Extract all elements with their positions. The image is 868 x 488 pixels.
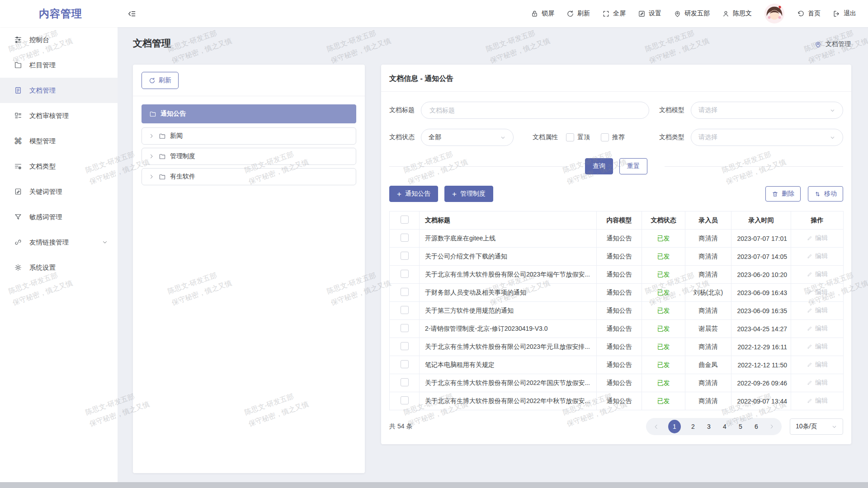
folder-icon xyxy=(159,132,166,140)
doc-status-select[interactable]: 全部 xyxy=(421,129,514,146)
attr-option[interactable]: 置顶 xyxy=(566,133,590,141)
edit-button[interactable]: 编辑 xyxy=(807,234,828,242)
sidebar-collapse-icon[interactable] xyxy=(127,9,136,18)
app-logo: 内容管理 xyxy=(39,0,82,27)
doc-type-label: 文档类型 xyxy=(659,133,687,141)
column-header: 文档标题 xyxy=(420,211,597,230)
doc-operator-cell: 商清清 xyxy=(685,230,731,248)
main-content: 文档管理 文档管理 刷新 通知公告新闻管理制度有生软件 文档信息 - 通知公告 … xyxy=(118,27,868,482)
table-row: 于财务部人员变动及相关事项的通知通知公告已发刘杨(北京)2023-06-09 1… xyxy=(390,284,844,302)
row-checkbox[interactable] xyxy=(401,378,409,386)
refresh-icon xyxy=(566,10,574,18)
tree-node[interactable]: 管理制度 xyxy=(142,148,356,165)
user-avatar[interactable] xyxy=(764,3,785,24)
tree-node[interactable]: 新闻 xyxy=(142,127,356,145)
header-action-refresh[interactable]: 刷新 xyxy=(566,9,590,18)
doc-title-label: 文档标题 xyxy=(389,106,417,114)
doc-model-cell: 通知公告 xyxy=(597,374,642,392)
row-checkbox[interactable] xyxy=(401,324,409,332)
row-checkbox[interactable] xyxy=(401,396,409,404)
sidebar-item-folder[interactable]: 栏目管理 xyxy=(0,52,118,78)
sidebar-item-keyword[interactable]: 关键词管理 xyxy=(0,179,118,204)
user-icon xyxy=(722,10,730,18)
edit-button[interactable]: 编辑 xyxy=(807,306,828,314)
row-checkbox[interactable] xyxy=(401,234,409,242)
edit-button[interactable]: 编辑 xyxy=(807,379,828,387)
doc-model-select[interactable]: 请选择 xyxy=(691,102,843,119)
sidebar-item-gear[interactable]: 系统设置 xyxy=(0,255,118,280)
page-button-2[interactable]: 2 xyxy=(689,423,697,430)
sidebar-item-audit[interactable]: 文档审核管理 xyxy=(0,103,118,128)
doc-title-cell: 开源数字底座在gitee上线 xyxy=(420,230,597,248)
table-row: 关于北京有生博大软件股份有限公司2023年元旦放假安排...通知公告已发商清清2… xyxy=(390,338,844,356)
select-all-checkbox[interactable] xyxy=(401,216,409,224)
row-checkbox[interactable] xyxy=(401,342,409,350)
sidebar-item-command[interactable]: ⌘模型管理 xyxy=(0,128,118,154)
doc-model-label: 文档模型 xyxy=(659,106,687,114)
next-page-button[interactable] xyxy=(769,423,775,430)
page-button-3[interactable]: 3 xyxy=(705,423,712,430)
home-button[interactable]: 首页 xyxy=(797,9,821,18)
page-button-6[interactable]: 6 xyxy=(753,423,760,430)
row-checkbox[interactable] xyxy=(401,306,409,314)
table-row: 关于北京有生博大软件股份有限公司2022年国庆节放假安...通知公告已发商清清2… xyxy=(390,374,844,392)
edit-button[interactable]: 编辑 xyxy=(807,343,828,351)
page-button-5[interactable]: 5 xyxy=(737,423,744,430)
edit-square-icon xyxy=(638,10,646,18)
add-button[interactable]: +通知公告 xyxy=(389,186,438,202)
chevron-right-icon xyxy=(148,174,155,180)
doc-time-cell: 2023-04-25 14:27 xyxy=(731,320,791,338)
edit-button[interactable]: 编辑 xyxy=(807,288,828,296)
header-action-fullscreen[interactable]: 全屏 xyxy=(602,9,626,18)
doc-title-input[interactable] xyxy=(429,106,642,114)
pencil-icon xyxy=(807,361,813,368)
doc-time-cell: 2023-07-07 17:01 xyxy=(731,230,791,248)
row-checkbox[interactable] xyxy=(401,288,409,296)
avatar-image xyxy=(764,3,785,24)
fullscreen-icon xyxy=(602,10,610,18)
doc-operator-cell: 谢晨芸 xyxy=(685,320,731,338)
row-checkbox[interactable] xyxy=(401,360,409,368)
add-button[interactable]: +管理制度 xyxy=(444,186,493,202)
checkbox[interactable] xyxy=(566,133,574,141)
move-button[interactable]: 移动 xyxy=(808,186,843,202)
sidebar-item-console[interactable]: 控制台 xyxy=(0,27,118,52)
doc-time-cell: 2022-12-12 11:50 xyxy=(731,356,791,374)
page-button-1[interactable]: 1 xyxy=(668,420,681,433)
logout-button[interactable]: 退出 xyxy=(833,9,856,18)
edit-button[interactable]: 编辑 xyxy=(807,397,828,405)
doc-title-cell: 关于北京有生博大软件股份有限公司2023年端午节放假安... xyxy=(420,266,597,284)
checkbox[interactable] xyxy=(601,133,609,141)
sidebar-item-link[interactable]: 友情链接管理 xyxy=(0,230,118,255)
tree-node[interactable]: 有生软件 xyxy=(142,168,356,185)
page-button-4[interactable]: 4 xyxy=(721,423,728,430)
reset-button[interactable]: 重置 xyxy=(619,158,647,174)
doc-title-cell: 关于北京有生博大软件股份有限公司2022年中秋节放假安... xyxy=(420,392,597,410)
header-action-edit-square[interactable]: 设置 xyxy=(638,9,661,18)
funnel-icon xyxy=(14,213,23,221)
prev-page-button[interactable] xyxy=(653,423,660,430)
pencil-icon xyxy=(807,235,813,241)
edit-button[interactable]: 编辑 xyxy=(807,270,828,278)
attr-option[interactable]: 推荐 xyxy=(601,133,625,141)
sidebar-item-document[interactable]: 文档管理 xyxy=(0,78,118,103)
tree-refresh-button[interactable]: 刷新 xyxy=(142,72,179,89)
doc-type-select[interactable]: 请选择 xyxy=(691,129,843,146)
header-action-location[interactable]: 研发五部 xyxy=(674,9,710,18)
edit-button[interactable]: 编辑 xyxy=(807,252,828,260)
row-checkbox[interactable] xyxy=(401,252,409,260)
edit-button[interactable]: 编辑 xyxy=(807,324,828,333)
horizontal-scrollbar[interactable] xyxy=(0,482,868,488)
sidebar-item-doctype[interactable]: 文档类型 xyxy=(0,154,118,179)
tree-node[interactable]: 通知公告 xyxy=(142,104,356,123)
doc-time-cell: 2022-12-29 16:11 xyxy=(731,338,791,356)
header-action-user[interactable]: 陈思文 xyxy=(722,9,752,18)
header-action-lock[interactable]: 锁屏 xyxy=(531,9,554,18)
page-size-select[interactable]: 10条/页 xyxy=(790,418,843,435)
delete-button[interactable]: 删除 xyxy=(765,186,801,202)
sidebar-item-funnel[interactable]: 敏感词管理 xyxy=(0,204,118,230)
search-button[interactable]: 查询 xyxy=(585,158,613,174)
row-checkbox[interactable] xyxy=(401,270,409,278)
chevron-down-icon xyxy=(831,424,837,430)
edit-button[interactable]: 编辑 xyxy=(807,361,828,369)
